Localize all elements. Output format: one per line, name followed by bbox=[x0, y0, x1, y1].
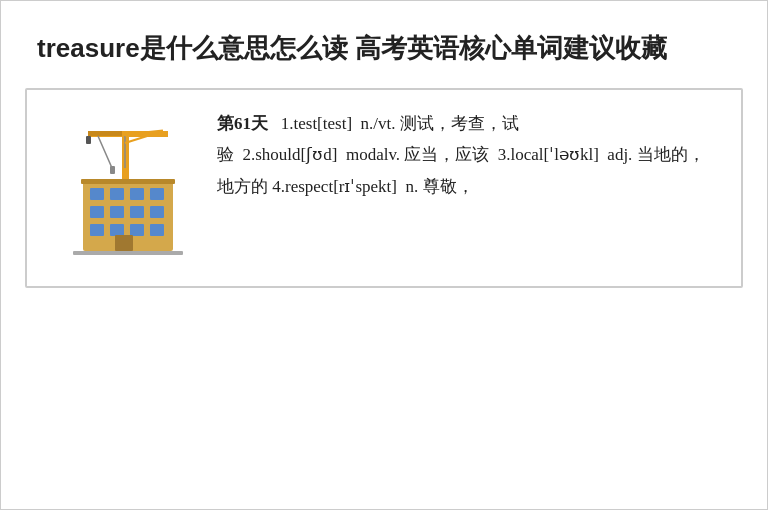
svg-rect-16 bbox=[130, 206, 144, 218]
page-title: treasure是什么意思怎么读 高考英语核心单词建议收藏 bbox=[37, 29, 731, 68]
svg-rect-12 bbox=[130, 188, 144, 200]
svg-rect-17 bbox=[150, 206, 164, 218]
page-container: treasure是什么意思怎么读 高考英语核心单词建议收藏 bbox=[0, 0, 768, 510]
svg-rect-8 bbox=[110, 166, 115, 174]
svg-rect-2 bbox=[88, 131, 122, 136]
svg-rect-18 bbox=[90, 224, 104, 236]
illustration bbox=[63, 108, 193, 268]
svg-rect-22 bbox=[115, 235, 133, 251]
svg-rect-21 bbox=[150, 224, 164, 236]
svg-rect-19 bbox=[110, 224, 124, 236]
svg-rect-20 bbox=[130, 224, 144, 236]
svg-rect-13 bbox=[150, 188, 164, 200]
svg-rect-23 bbox=[81, 179, 175, 184]
title-area: treasure是什么意思怎么读 高考英语核心单词建议收藏 bbox=[1, 1, 767, 88]
svg-rect-11 bbox=[110, 188, 124, 200]
day-label: 第61天 bbox=[217, 114, 268, 133]
crane-building-icon bbox=[68, 113, 188, 263]
svg-rect-24 bbox=[73, 251, 183, 255]
svg-rect-15 bbox=[110, 206, 124, 218]
svg-rect-7 bbox=[86, 136, 91, 144]
article-text: 第61天 1.test[test] n./vt. 测试，考查，试验 2.shou… bbox=[217, 108, 705, 202]
svg-line-3 bbox=[98, 136, 112, 168]
content-area: 第61天 1.test[test] n./vt. 测试，考查，试验 2.shou… bbox=[25, 88, 743, 288]
svg-rect-10 bbox=[90, 188, 104, 200]
svg-rect-14 bbox=[90, 206, 104, 218]
